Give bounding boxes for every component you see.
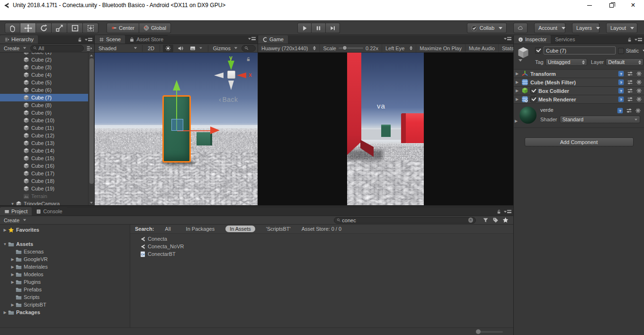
eye-dropdown[interactable]: Left Eye [382, 44, 416, 52]
resolution-dropdown[interactable]: Huawey (720x1440) [258, 44, 320, 52]
search-result-item[interactable]: Conecta [130, 235, 513, 243]
add-component-button[interactable]: Add Component [525, 137, 634, 146]
gizmo-down-cone-icon[interactable] [228, 81, 234, 90]
help-icon[interactable] [618, 79, 624, 85]
expander-icon[interactable] [516, 89, 521, 93]
pivot-center-button[interactable]: Center [107, 23, 139, 33]
component-enabled-checkbox[interactable] [530, 88, 537, 94]
lock-icon[interactable] [627, 37, 632, 42]
tab-scene[interactable]: Scene [95, 35, 125, 44]
search-by-type-icon[interactable] [483, 217, 489, 223]
project-tree-item[interactable]: Modelos [0, 271, 130, 278]
expander-icon[interactable] [516, 80, 521, 84]
orientation-gizmo[interactable]: y x [213, 54, 258, 102]
project-tree-item[interactable]: Assets [0, 240, 130, 248]
expander-icon[interactable] [516, 72, 521, 76]
scene-audio-button[interactable] [175, 45, 186, 52]
hierarchy-item[interactable]: Cube (4) [0, 71, 94, 79]
expander-icon[interactable] [9, 257, 16, 262]
tab-hierarchy[interactable]: Hierarchy [0, 35, 38, 44]
hierarchy-item[interactable]: Cube (12) [0, 132, 94, 139]
step-button[interactable] [326, 23, 340, 33]
expander-icon[interactable] [9, 265, 16, 269]
panel-menu-icon[interactable] [635, 38, 642, 41]
project-tree-item[interactable]: Prefabs [0, 286, 130, 293]
hierarchy-item[interactable]: Cube (2) [0, 56, 94, 63]
lock-icon[interactable] [77, 37, 82, 42]
project-tree-item[interactable]: Scripts [0, 293, 130, 301]
pause-button[interactable] [312, 23, 326, 33]
hierarchy-search-input[interactable] [30, 45, 84, 52]
scroll-up-icon[interactable] [89, 53, 94, 58]
close-button[interactable]: × [622, 0, 644, 10]
expander-icon[interactable] [9, 303, 16, 307]
tab-services[interactable]: Services [551, 35, 579, 44]
scale-tool-button[interactable] [52, 23, 67, 33]
gear-icon[interactable] [635, 108, 641, 114]
project-search-field[interactable] [342, 217, 468, 223]
search-result-item[interactable]: ConectarBT [130, 250, 513, 258]
gear-icon[interactable] [636, 79, 642, 85]
tab-asset-store[interactable]: Asset Store [125, 35, 168, 44]
filter-scope[interactable]: 'ScriptsBT' [262, 226, 295, 232]
help-icon[interactable] [617, 108, 623, 114]
scrollbar-thumb[interactable] [89, 58, 94, 184]
material-header[interactable]: ▶ verde Shader Standard [514, 104, 644, 128]
view-direction-label[interactable]: ‹Back [219, 95, 238, 103]
project-create-button[interactable]: Create [2, 217, 28, 224]
shader-dropdown[interactable]: Standard [560, 116, 640, 123]
stats-button[interactable]: Stats [499, 44, 513, 52]
panel-menu-icon[interactable] [504, 37, 511, 40]
scene-lock-icon[interactable] [246, 56, 251, 62]
scene-lighting-button[interactable] [163, 45, 173, 52]
2d-toggle-button[interactable]: 2D [145, 45, 157, 52]
cloud-button[interactable] [513, 23, 528, 33]
hierarchy-item[interactable]: Terrain [0, 192, 94, 200]
gizmo-y-arrow-icon[interactable] [173, 80, 180, 91]
hierarchy-search-field[interactable] [38, 45, 81, 51]
hierarchy-sort-icon[interactable] [86, 45, 92, 52]
project-tree-item[interactable]: ScriptsBT [0, 301, 130, 308]
gameobject-icon-selector[interactable] [517, 46, 533, 61]
expander-icon[interactable] [9, 202, 16, 206]
expander-icon[interactable] [516, 97, 521, 101]
account-dropdown[interactable]: Account [534, 23, 565, 33]
gameobject-name-field[interactable]: Cube (7) [544, 46, 616, 54]
filter-in-assets[interactable]: In Assets [225, 226, 255, 232]
hierarchy-create-button[interactable]: Create [2, 45, 28, 52]
help-icon[interactable] [618, 96, 624, 102]
hierarchy-item[interactable]: Cube (19) [0, 185, 94, 192]
help-icon[interactable] [618, 88, 624, 94]
gizmo-left-cone-icon[interactable] [214, 72, 224, 78]
pivot-global-button[interactable]: Global [139, 23, 171, 33]
static-checkbox[interactable] [618, 48, 624, 54]
mute-audio-button[interactable]: Mute Audio [465, 44, 499, 52]
project-tree-item[interactable]: Escenas [0, 248, 130, 255]
project-tree-item[interactable]: Materiales [0, 263, 130, 271]
expander-icon[interactable] [2, 242, 8, 246]
material-preview[interactable] [519, 107, 537, 124]
tab-project[interactable]: Project [0, 207, 32, 216]
search-by-label-icon[interactable] [492, 217, 499, 223]
scene-search-input[interactable] [242, 45, 256, 52]
gizmo-x-arrow-icon[interactable] [210, 127, 220, 134]
hierarchy-item[interactable]: Cube (13) [0, 139, 94, 147]
scale-slider[interactable] [339, 47, 363, 49]
hierarchy-item[interactable]: Cube (9) [0, 109, 94, 117]
preset-icon[interactable] [627, 79, 633, 85]
filter-in-packages[interactable]: In Packages [182, 226, 219, 232]
hierarchy-scrollbar[interactable] [88, 53, 94, 205]
layer-dropdown[interactable]: Default [606, 58, 644, 66]
lock-icon[interactable] [496, 209, 501, 214]
save-search-icon[interactable] [502, 217, 509, 223]
hierarchy-item[interactable]: Cube (18) [0, 177, 94, 185]
hierarchy-item[interactable]: Cube (11) [0, 124, 94, 132]
clear-search-icon[interactable]: × [468, 217, 473, 223]
preset-icon[interactable] [626, 108, 632, 114]
component-header[interactable]: Box Collider [514, 86, 644, 95]
hierarchy-item[interactable]: Cube (6) [0, 86, 94, 94]
restore-button[interactable] [600, 0, 622, 10]
game-viewport[interactable]: va [258, 53, 513, 205]
project-tree-item[interactable]: Packages [0, 308, 130, 316]
preset-icon[interactable] [627, 88, 633, 94]
